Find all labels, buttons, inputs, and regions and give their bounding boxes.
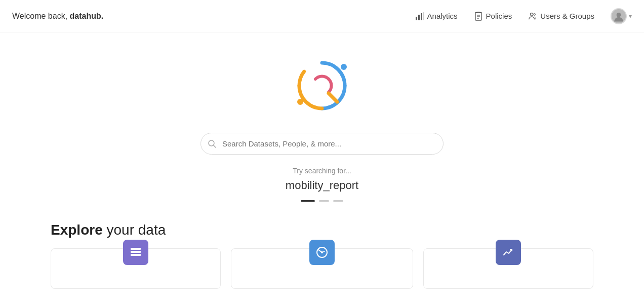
svg-rect-3 — [423, 12, 424, 20]
svg-rect-2 — [421, 13, 422, 20]
dashboards-icon-badge — [309, 240, 335, 265]
search-suggestion[interactable]: mobility_report — [286, 179, 358, 192]
search-container — [200, 133, 444, 155]
welcome-text: Welcome back, — [12, 12, 70, 20]
try-searching-text: Try searching for... — [293, 167, 351, 175]
explore-card-dashboards[interactable] — [231, 248, 413, 289]
analytics-label: Analytics — [427, 12, 458, 20]
user-avatar-menu[interactable]: ▾ — [611, 8, 632, 24]
carousel-dots — [301, 200, 343, 202]
svg-line-11 — [329, 93, 337, 102]
policies-icon — [474, 12, 483, 21]
main-content: Try searching for... mobility_report Exp… — [0, 32, 644, 289]
header-nav: Analytics Policies — [415, 8, 632, 24]
svg-point-10 — [617, 13, 621, 17]
charts-icon-badge — [496, 240, 521, 265]
users-groups-icon — [528, 12, 537, 21]
explore-cards — [51, 248, 593, 289]
dot-2[interactable] — [319, 200, 329, 202]
svg-rect-0 — [416, 17, 417, 20]
svg-point-7 — [531, 13, 533, 15]
explore-rest: your data — [103, 222, 166, 238]
svg-rect-16 — [131, 248, 141, 250]
policies-label: Policies — [486, 12, 512, 20]
explore-title: Explore your data — [51, 222, 593, 238]
svg-point-8 — [534, 13, 536, 15]
nav-users-groups[interactable]: Users & Groups — [528, 12, 594, 21]
svg-line-15 — [214, 145, 216, 147]
svg-rect-17 — [131, 251, 141, 253]
dot-3[interactable] — [333, 200, 343, 202]
explore-card-datasets[interactable] — [51, 248, 221, 289]
dot-1[interactable] — [301, 200, 315, 202]
avatar — [611, 8, 627, 24]
explore-card-charts[interactable] — [423, 248, 593, 289]
chevron-down-icon: ▾ — [629, 13, 632, 20]
explore-section: Explore your data — [0, 222, 644, 289]
analytics-icon — [415, 12, 424, 21]
datahub-logo — [289, 53, 355, 119]
search-icon — [208, 139, 217, 148]
nav-policies[interactable]: Policies — [474, 12, 512, 21]
svg-rect-1 — [418, 15, 420, 20]
nav-analytics[interactable]: Analytics — [415, 12, 458, 21]
svg-point-13 — [297, 99, 303, 105]
search-input[interactable] — [200, 133, 444, 155]
username: datahub. — [70, 12, 104, 20]
welcome-message: Welcome back, datahub. — [12, 12, 103, 21]
users-groups-label: Users & Groups — [540, 12, 594, 20]
svg-point-20 — [321, 251, 323, 253]
header: Welcome back, datahub. Analytics — [0, 0, 644, 32]
svg-rect-18 — [131, 254, 141, 256]
datasets-icon-badge — [123, 240, 148, 265]
svg-point-12 — [341, 64, 347, 70]
explore-bold: Explore — [51, 222, 103, 238]
